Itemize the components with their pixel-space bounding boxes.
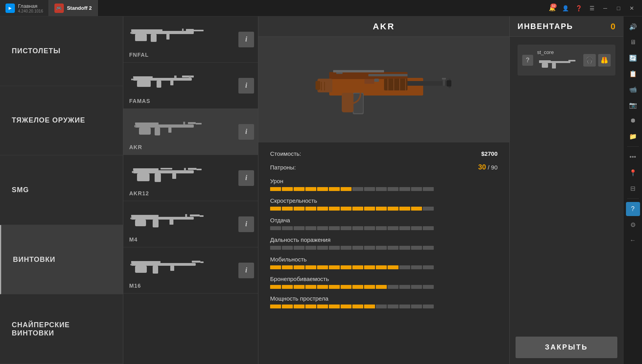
weapon-item-famas[interactable]: FAMAS i [123, 63, 258, 109]
volume-button[interactable]: 🔊 [626, 20, 640, 34]
seg-r6 [329, 226, 340, 230]
seg-m13 [411, 265, 422, 269]
svg-rect-43 [130, 218, 132, 219]
weapon-akr-info-btn[interactable]: i [238, 124, 254, 140]
svg-point-16 [189, 76, 191, 78]
detail-header: AKR [258, 16, 509, 37]
weapon-akr12-silhouette [127, 160, 206, 187]
bluestacks-logo [5, 4, 15, 13]
seg-d3 [294, 187, 305, 191]
weapon-fnfal-img-area: FNFAL [127, 21, 238, 58]
seg-rn4 [305, 246, 316, 250]
seg-r9 [364, 226, 375, 230]
svg-rect-47 [131, 261, 160, 263]
mobility-label: Мобильность [270, 256, 307, 263]
weapon-item-m4[interactable]: M4 i [123, 201, 258, 247]
seg-m8 [352, 265, 363, 269]
svg-rect-26 [183, 122, 185, 125]
seg-f3 [294, 207, 305, 211]
ammo-total: 90 [491, 164, 498, 171]
weapon-3d-preview [310, 43, 458, 137]
weapon-akr12-info-btn[interactable]: i [238, 170, 254, 186]
seg-ap1 [270, 285, 281, 289]
seg-ap3 [294, 285, 305, 289]
inventory-item-card[interactable]: ? st_core 🎧 [518, 45, 615, 76]
seg-rn3 [294, 246, 305, 250]
mirror-button[interactable]: ⊟ [626, 181, 640, 195]
seg-f8 [352, 207, 363, 211]
seg-r11 [388, 226, 399, 230]
close-inventory-button[interactable]: ЗАКРЫТЬ [516, 337, 617, 358]
screenshot-button[interactable]: 📷 [626, 98, 640, 112]
minimize-button[interactable]: ─ [600, 3, 611, 14]
help-title-button[interactable]: ❓ [573, 3, 584, 14]
svg-rect-35 [184, 168, 186, 171]
seg-m9 [364, 265, 375, 269]
weapon-m4-info-btn[interactable]: i [238, 216, 254, 232]
category-sniper[interactable]: СНАЙПЕРСКИЕ ВИНТОВКИ [0, 294, 123, 364]
svg-rect-52 [130, 264, 132, 265]
weapon-fnfal-info-btn[interactable]: i [238, 32, 254, 47]
settings-button[interactable]: ⚙ [626, 218, 640, 232]
help-button[interactable]: ? [626, 202, 640, 216]
weapon-item-akr[interactable]: AKR i [123, 109, 258, 155]
seg-f6 [329, 207, 340, 211]
back-button[interactable]: ← [626, 233, 640, 247]
seg-m6 [329, 265, 340, 269]
category-pistols[interactable]: ПИСТОЛЕТЫ [0, 16, 123, 86]
seg-wp3 [294, 305, 305, 308]
weapon-m4-silhouette [127, 206, 206, 233]
menu-button[interactable]: ☰ [586, 3, 597, 14]
category-rifles[interactable]: ВИНТОВКИ [0, 225, 123, 295]
maximize-button[interactable]: □ [613, 3, 624, 14]
display-button[interactable]: 🖥 [626, 35, 640, 49]
notifications-button[interactable]: 🔔 32 [546, 3, 557, 14]
weapon-m16-info-btn[interactable]: i [238, 263, 254, 278]
weapon-item-fnfal[interactable]: FNFAL i [123, 16, 258, 63]
video-button[interactable]: 📹 [626, 82, 640, 96]
inventory-bottom: ЗАКРЫТЬ [510, 331, 623, 364]
game-tab[interactable]: Standoff 2 [49, 0, 98, 16]
category-heavy[interactable]: ТЯЖЕЛОЕ ОРУЖИЕ [0, 86, 123, 156]
weapon-akr-name: AKR [127, 144, 142, 150]
title-bar: Главная 4.240.20.1016 Standoff 2 🔔 32 👤 … [0, 0, 642, 16]
close-button[interactable]: ✕ [626, 3, 637, 14]
record-button[interactable]: ⏺ [626, 114, 640, 128]
bluestacks-tab[interactable]: Главная 4.240.20.1016 [0, 0, 49, 16]
seg-d8 [352, 187, 363, 191]
svg-rect-10 [182, 76, 194, 77]
copy-button[interactable]: 📋 [626, 67, 640, 81]
seg-wp9 [364, 305, 375, 308]
svg-rect-30 [137, 173, 150, 181]
account-button[interactable]: 👤 [560, 3, 571, 14]
seg-rn14 [423, 246, 434, 250]
svg-rect-24 [134, 125, 136, 127]
weapon-item-m16[interactable]: M16 i [123, 247, 258, 294]
seg-rn2 [282, 246, 293, 250]
more-button[interactable]: ••• [626, 150, 640, 164]
stat-ammo: Патроны: 30 / 90 [270, 163, 498, 171]
folder-button[interactable]: 📁 [626, 129, 640, 143]
cost-label: Стоимость: [270, 150, 301, 157]
seg-f12 [399, 207, 410, 211]
inventory-content: ? st_core 🎧 [510, 37, 623, 331]
seg-d1 [270, 187, 281, 191]
category-smg[interactable]: SMG [0, 155, 123, 225]
location-button[interactable]: 📍 [626, 166, 640, 180]
seg-rn11 [388, 246, 399, 250]
seg-f9 [364, 207, 375, 211]
svg-rect-78 [449, 79, 451, 80]
svg-rect-84 [552, 63, 556, 68]
inv-question-mark: ? [522, 55, 533, 66]
inv-equip-icons: 🎧 🦺 [583, 54, 611, 67]
weapon-famas-info-btn[interactable]: i [238, 78, 254, 94]
seg-f13 [411, 207, 422, 211]
famas-svg [127, 69, 206, 93]
seg-d14 [423, 187, 434, 191]
svg-rect-33 [132, 171, 134, 173]
detail-panel: AKR [258, 16, 510, 364]
seg-r7 [341, 226, 352, 230]
stat-cost: Стоимость: $2700 [270, 150, 498, 157]
rotate-button[interactable]: 🔄 [626, 51, 640, 65]
weapon-item-akr12[interactable]: AKR12 i [123, 155, 258, 201]
